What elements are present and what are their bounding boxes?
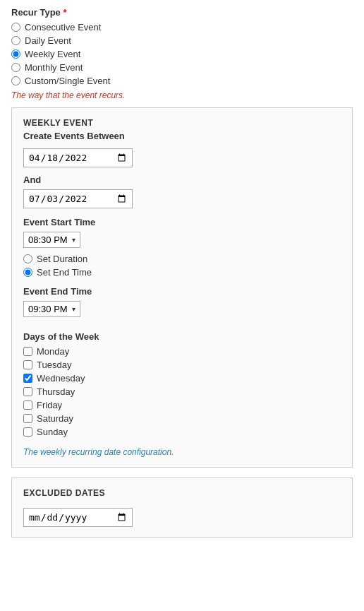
start-time-dropdown-icon: ▾: [72, 236, 75, 244]
day-label-friday[interactable]: Friday: [37, 400, 62, 410]
days-list: Monday Tuesday Wednesday Thursday Friday: [23, 346, 341, 437]
end-date-input[interactable]: [23, 189, 133, 208]
radio-set-end-time[interactable]: [23, 268, 32, 277]
radio-item-daily[interactable]: Daily Event: [11, 35, 353, 46]
event-end-time-label: Event End Time: [23, 286, 341, 297]
set-duration-label[interactable]: Set Duration: [37, 254, 87, 264]
recur-type-label: Recur Type *: [11, 7, 353, 18]
checkbox-thursday[interactable]: [23, 387, 32, 396]
excluded-date-input[interactable]: [23, 508, 133, 527]
checkbox-friday[interactable]: [23, 401, 32, 410]
excluded-input-row: [23, 508, 341, 527]
radio-label-monthly[interactable]: Monthly Event: [25, 62, 83, 73]
day-label-sunday[interactable]: Sunday: [37, 427, 68, 437]
day-item-monday[interactable]: Monday: [23, 346, 341, 357]
set-duration-item[interactable]: Set Duration: [23, 254, 341, 264]
recur-type-section: Recur Type * Consecutive Event Daily Eve…: [11, 7, 353, 100]
radio-custom[interactable]: [11, 76, 20, 85]
radio-item-weekly[interactable]: Weekly Event: [11, 49, 353, 59]
day-label-wednesday[interactable]: Wednesday: [37, 373, 85, 384]
excluded-dates-title: EXCLUDED DATES: [23, 488, 341, 498]
day-label-saturday[interactable]: Saturday: [37, 413, 73, 424]
checkbox-wednesday[interactable]: [23, 374, 32, 383]
radio-label-weekly[interactable]: Weekly Event: [25, 49, 80, 59]
radio-label-consecutive[interactable]: Consecutive Event: [25, 22, 101, 32]
radio-daily[interactable]: [11, 36, 20, 45]
checkbox-monday[interactable]: [23, 347, 32, 356]
excluded-dates-panel: EXCLUDED DATES: [11, 477, 353, 538]
and-label: And: [23, 174, 341, 185]
end-date-group: [23, 189, 341, 208]
days-of-week-section: Days of the Week Monday Tuesday Wednesda…: [23, 331, 341, 437]
recur-type-radio-group: Consecutive Event Daily Event Weekly Eve…: [11, 22, 353, 86]
day-label-thursday[interactable]: Thursday: [37, 386, 75, 397]
set-end-time-label[interactable]: Set End Time: [37, 267, 92, 278]
page-container: Recur Type * Consecutive Event Daily Eve…: [0, 0, 364, 545]
duration-options: Set Duration Set End Time: [23, 254, 341, 278]
day-item-friday[interactable]: Friday: [23, 400, 341, 410]
radio-label-daily[interactable]: Daily Event: [25, 35, 71, 46]
weekly-panel-title: WEEKLY EVENT: [23, 118, 341, 128]
weekly-panel-hint: The weekly recurring date configuration.: [23, 447, 341, 457]
recur-type-hint: The way that the event recurs.: [11, 90, 353, 100]
day-item-saturday[interactable]: Saturday: [23, 413, 341, 424]
radio-set-duration[interactable]: [23, 254, 32, 263]
day-item-sunday[interactable]: Sunday: [23, 427, 341, 437]
radio-consecutive[interactable]: [11, 23, 20, 32]
day-item-wednesday[interactable]: Wednesday: [23, 373, 341, 384]
radio-item-monthly[interactable]: Monthly Event: [11, 62, 353, 73]
checkbox-tuesday[interactable]: [23, 360, 32, 369]
checkbox-sunday[interactable]: [23, 427, 32, 437]
day-item-thursday[interactable]: Thursday: [23, 386, 341, 397]
start-time-select-wrap[interactable]: 08:30 PM 08:00 PM 09:00 PM 09:30 PM ▾: [23, 232, 80, 248]
required-indicator: *: [63, 7, 66, 18]
radio-item-custom[interactable]: Custom/Single Event: [11, 76, 353, 86]
start-time-select[interactable]: 08:30 PM 08:00 PM 09:00 PM 09:30 PM: [28, 235, 71, 245]
set-end-time-item[interactable]: Set End Time: [23, 267, 341, 278]
day-item-tuesday[interactable]: Tuesday: [23, 360, 341, 370]
day-label-monday[interactable]: Monday: [37, 346, 69, 357]
end-time-select-wrap[interactable]: 09:30 PM 08:30 PM 10:00 PM 10:30 PM ▾: [23, 301, 80, 317]
end-time-dropdown-icon: ▾: [72, 305, 75, 313]
radio-monthly[interactable]: [11, 63, 20, 72]
radio-label-custom[interactable]: Custom/Single Event: [25, 76, 110, 86]
radio-weekly[interactable]: [11, 49, 20, 59]
days-of-week-label: Days of the Week: [23, 331, 341, 342]
excluded-dates-content: [23, 505, 341, 527]
checkbox-saturday[interactable]: [23, 414, 32, 423]
weekly-event-panel: WEEKLY EVENT Create Events Between And E…: [11, 107, 353, 468]
event-start-time-label: Event Start Time: [23, 217, 341, 227]
weekly-panel-subtitle: Create Events Between: [23, 131, 341, 141]
start-date-group: [23, 148, 341, 167]
end-time-select[interactable]: 09:30 PM 08:30 PM 10:00 PM 10:30 PM: [28, 304, 71, 314]
radio-item-consecutive[interactable]: Consecutive Event: [11, 22, 353, 32]
start-date-input[interactable]: [23, 148, 133, 167]
day-label-tuesday[interactable]: Tuesday: [37, 360, 71, 370]
